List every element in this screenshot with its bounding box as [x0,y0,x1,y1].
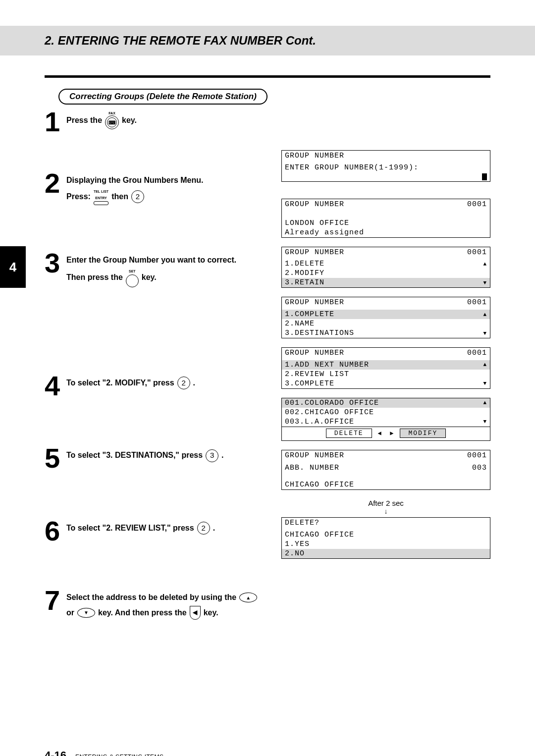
step-7: 7Select the address to be deleted by usi… [45,588,272,620]
lcd-row: 002.CHICAGO OFFICE [282,408,490,417]
down-arrow-icon: ▼ [483,380,487,386]
step-text: then [111,189,128,204]
lcd-row-text: 2.REVIEW LIST [285,370,349,378]
step-text: Displaying the Grou Numbers Menu. [66,173,203,188]
step-body: Enter the Group Number you want to corre… [66,251,236,287]
lcd-title: GROUP NUMBER [285,451,344,460]
lcd-row-text: 001.COLORADO OFFICE [285,399,379,407]
step-line: Press theFAX⌨key. [66,111,137,129]
page: 2. ENTERING THE REMOTE FAX NUMBER Cont. … [0,26,535,756]
lcd-row-text: 1.COMPLETE [285,310,334,319]
step-text: To select "3. DESTINATIONS," press [66,448,203,463]
up-arrow-icon: ▲ [483,400,487,406]
dash-underline: __ __ __ __ __ __ [282,160,490,162]
lcd-row-text: 1.YES [285,540,310,548]
steps-col: 1Press theFAX⌨key.2Displaying the Grou N… [45,109,272,637]
down-key-icon: ▼ [77,608,95,618]
lcd-row-text: 1.DELETE [285,260,324,268]
down-arrow-icon: ▼ [483,280,487,286]
lcd-step4: GROUP NUMBER 0001 __ __ __ __ __ __ 1.CO… [281,297,490,338]
lcd-row-text: 003.L.A.OFFICE [285,418,354,426]
lcd-step6-btns: DELETE ◀ ▶ MODIFY [281,427,490,441]
step-text: Press the [66,113,102,128]
transition-note: After 2 sec ↓ [281,499,490,515]
numeric-key-3-icon: 3 [206,449,218,462]
lcd-row-text: 002.CHICAGO OFFICE [285,408,374,417]
footer: 4-16 ENTERING & SETTING ITEMS [45,749,163,756]
delete-softkey[interactable]: DELETE [326,429,372,438]
page-title: 2. ENTERING THE REMOTE FAX NUMBER Cont. [45,34,316,48]
lcd-title: GROUP NUMBER [285,349,344,357]
section-name: ENTERING & SETTING ITEMS [75,754,163,756]
step-text: key. And then press the [98,605,187,620]
columns: 1Press theFAX⌨key.2Displaying the Grou N… [45,109,490,637]
lcd-title: GROUP NUMBER [285,200,344,209]
lcd-subcode: 003 [472,464,487,472]
subheading-pill: Correcting Groups (Delete the Remote Sta… [58,89,268,105]
step-line: Enter the Group Number you want to corre… [66,253,236,268]
lcd-line: LONDON OFFICE [285,219,349,227]
lcd-step7a: GROUP NUMBER 0001 __ __ __ __ __ __ ABB.… [281,450,490,490]
up-arrow-icon: ▲ [483,312,487,318]
step-line: Press:TEL LISTENTRYthen2 [66,188,203,206]
step-line: To select "3. DESTINATIONS," press3. [66,448,224,463]
step-text: . [213,521,215,536]
lcd-title: GROUP NUMBER [285,298,344,307]
lcd-row: 3.COMPLETE▼ [282,379,490,388]
lcd-row-text: 2.NO [285,549,305,558]
lcd-code: 0001 [467,200,487,209]
step-text: key. [122,113,137,128]
step-number: 5 [45,446,65,471]
fax-key-icon: FAX⌨ [105,111,119,129]
cursor-icon [482,173,487,180]
lcd-code: 0001 [467,248,487,257]
left-key-icon: ◀ [190,606,201,620]
step-5: 5To select "3. DESTINATIONS," press3. [45,446,272,471]
step-number: 1 [45,109,65,134]
step-number: 7 [45,588,65,613]
lcd-row: 1.COMPLETE▲ [282,310,490,319]
lcd-code: 0001 [467,298,487,307]
step-text: To select "2. REVIEW LIST," press [66,521,194,536]
lcd-row: 2.REVIEW LIST [282,370,490,379]
lcd-row: 2.NO [282,549,490,558]
left-right-arrows-icon: ◀ ▶ [375,430,397,437]
lcd-row: 003.L.A.OFFICE▼ [282,417,490,427]
numeric-key-2-icon: 2 [177,377,190,389]
down-arrow-icon: ▼ [483,419,487,425]
lcd-row: 1.ADD NEXT NUMBER▲ [282,360,490,370]
lcd-row-text: 2.NAME [285,320,315,328]
tel-list-entry-key-icon: TEL LISTENTRY [94,188,108,206]
step-line: or▼key. And then press the◀key. [66,605,257,620]
lcd-step2: GROUP NUMBER __ __ __ __ __ __ ENTER GRO… [281,150,490,182]
lcd-row-text: 2.MODIFY [285,269,324,277]
step-text: To select "2. MODIFY," press [66,376,174,390]
lcd-row: 1.YES [282,540,490,549]
subheading: Correcting Groups (Delete the Remote Sta… [69,92,257,101]
lcd-line: Already assigned [285,228,364,237]
header-band: 2. ENTERING THE REMOTE FAX NUMBER Cont. [0,26,535,55]
step-text: . [193,376,195,390]
lcd-row: 3.RETAIN▼ [282,278,490,287]
lcd-row: 1.DELETE▲ [282,259,490,269]
lcd-row: 3.DESTINATIONS▼ [282,328,490,338]
step-6: 6To select "2. REVIEW LIST," press2. [45,519,272,543]
step-text: key. [142,270,157,285]
step-line: Select the address to be deleted by usin… [66,590,257,605]
step-text: . [221,448,223,463]
step-body: Displaying the Grou Numbers Menu.Press:T… [66,171,203,205]
lcd-step3b: GROUP NUMBER 0001 __ __ __ __ __ __ 1.DE… [281,247,490,288]
lcd-col: GROUP NUMBER __ __ __ __ __ __ ENTER GRO… [281,109,490,637]
step-text: Enter the Group Number you want to corre… [66,253,236,268]
step-text: key. [204,605,218,620]
lcd-code: 0001 [467,451,487,460]
set-key-icon: SET [126,268,139,287]
step-body: To select "2. MODIFY," press2. [66,374,195,390]
step-number: 3 [45,251,65,275]
rule [45,75,490,78]
lcd-row-text: 1.ADD NEXT NUMBER [285,361,369,369]
up-key-icon: ▲ [239,593,257,602]
step-2: 2Displaying the Grou Numbers Menu.Press:… [45,171,272,205]
modify-softkey[interactable]: MODIFY [400,429,446,438]
lcd-step5: GROUP NUMBER 0001 __ __ __ __ __ __ 1.AD… [281,347,490,389]
